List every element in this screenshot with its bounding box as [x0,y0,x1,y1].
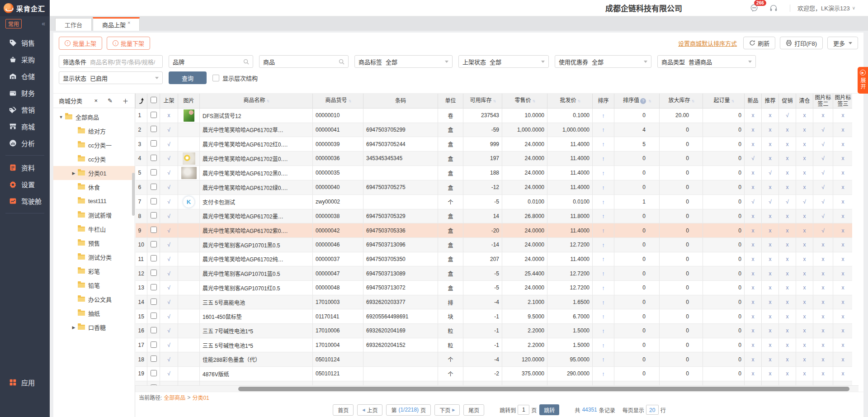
up-arrow-icon[interactable]: ↑ [602,342,605,349]
sidebar-item-purchase[interactable]: 采购 [0,51,50,68]
tree-item-测试分类[interactable]: 测试分类 [53,250,135,264]
coupon-select[interactable]: 使用优惠券 全部 [555,55,651,68]
per-page-input[interactable]: 20 [646,405,659,415]
expander-icon[interactable]: ▶ [71,171,77,175]
edit-icon[interactable]: ✎ [108,97,113,104]
default-sort-link[interactable]: 设置商城默认排序方式 [678,39,737,47]
sort-cell[interactable]: ↑ [593,180,614,194]
sort-cell[interactable]: ↑ [593,123,614,137]
up-arrow-icon[interactable]: ↑ [602,170,605,176]
table-row[interactable]: 10√晨光中性笔别客AGP10701黑0.5000000466947503713… [136,237,853,252]
sidebar-item-cockpit[interactable]: 驾驶舱 [0,193,50,209]
expander-icon[interactable]: ▼ [58,115,64,119]
batch-delist-button[interactable]: ↓ 批量下架 [107,37,150,50]
tree-item-全部商品[interactable]: ▼全部商品 [53,110,135,124]
row-checkbox[interactable] [151,370,157,376]
up-arrow-icon[interactable]: ↑ [602,213,605,219]
scrollbar-thumb[interactable] [238,387,849,391]
more-button[interactable]: 更多 [827,37,858,49]
tree-item-给对方[interactable]: 给对方 [53,124,135,138]
row-checkbox[interactable] [151,355,157,362]
sort-cell[interactable]: ↑ [593,309,614,324]
sort-cell[interactable]: ↑ [593,194,614,209]
up-arrow-icon[interactable]: ↑ [602,313,605,320]
up-arrow-icon[interactable]: ↑ [602,370,605,377]
table-row[interactable]: 11√晨光中性笔笑哈哈AGP61702纯…0000003769475037053… [136,252,853,266]
up-arrow-icon[interactable]: ↑ [602,141,605,147]
keyword-filter-input[interactable]: 筛选条件 商品名称/货号/条码/规格/ [59,55,163,68]
plus-icon[interactable]: ＋ [123,96,128,105]
column-header-stock[interactable]: 可用库存↑↓ [463,94,502,108]
table-row[interactable]: 1xDFS测试货号1200000010卷23754310.00000.1000↑… [136,108,853,123]
row-checkbox[interactable] [151,313,157,319]
query-button[interactable]: 查询 [169,71,207,84]
sort-cell[interactable]: ↑ [593,295,614,309]
row-checkbox[interactable] [151,198,157,204]
row-checkbox[interactable] [151,112,157,118]
column-header-sort_value[interactable]: 排序值?↑↓ [614,94,660,108]
tree-item-铅笔[interactable]: 铅笔 [53,278,135,292]
sidebar-item-data[interactable]: 资料 [0,159,50,176]
sidebar-item-finance[interactable]: 财务 [0,85,50,101]
row-checkbox[interactable] [151,241,157,247]
pinned-badge[interactable]: 常用 [5,19,22,28]
close-tab-icon[interactable]: × [127,20,130,25]
up-arrow-icon[interactable]: ↑ [602,256,605,262]
up-arrow-icon[interactable]: ↑ [602,227,605,234]
sort-cell[interactable]: ↑ [593,367,614,381]
refresh-button[interactable]: 刷新 [743,37,775,49]
tree-item-休食[interactable]: 休食 [53,180,135,194]
user-menu[interactable]: 欢迎您，LK演示123 ∨ [797,4,855,12]
up-arrow-icon[interactable]: ↑ [602,112,605,119]
up-arrow-icon[interactable]: ↑ [602,199,605,205]
sort-arrows-icon[interactable]: ↑↓ [349,99,351,103]
column-header-retail[interactable]: 零售价↑↓ [502,94,547,108]
sidebar-item-sales[interactable]: 销售 [0,34,50,51]
sidebar-item-warehouse[interactable]: 仓储 [0,68,50,85]
sort-cell[interactable]: ↑ [593,108,614,123]
brand-filter-input[interactable]: 品牌 [169,55,253,68]
up-arrow-icon[interactable]: ↑ [602,327,605,334]
table-row[interactable]: 9√晨光中性笔笑哈哈AGP61702紫0.…000000426947503705… [136,223,853,238]
product-tag-select[interactable]: 商品标签 全部 [354,55,453,68]
column-header-wholesale[interactable]: 批发价↑↓ [547,94,593,108]
sort-cell[interactable]: ↑ [593,166,614,180]
tree-item-cc分类一[interactable]: cc分类一 [53,138,135,152]
table-row[interactable]: 17√三五 5号碱性电池1*5170100046932620204152粒-12… [136,338,853,352]
sort-cell[interactable]: ↑ [593,352,614,367]
table-row[interactable]: 12√晨光中性笔别客AGP10701蓝0.5000000476947503713… [136,266,853,281]
sort-cell[interactable]: ↑ [593,137,614,152]
table-row[interactable]: 4√晨光中性笔笑哈哈AGP61702蓝0.…000000363453453453… [136,151,853,166]
sort-arrows-icon[interactable]: ↑↓ [267,99,269,103]
tree-item-口香糖[interactable]: ▶口香糖 [53,320,135,334]
sort-cell[interactable]: ↑ [593,237,614,252]
table-row[interactable]: 8√晨光中性笔笑哈哈AGP61702墨…00000038694750370532… [136,209,853,223]
up-arrow-icon[interactable]: ↑ [602,299,605,306]
sort-arrows-icon[interactable]: ↑↓ [692,99,694,103]
sort-cell[interactable]: ↑ [593,252,614,266]
sort-cell[interactable]: ↑ [593,209,614,223]
up-arrow-icon[interactable]: ↑ [602,270,605,277]
last-page-button[interactable]: 尾页 [463,404,484,416]
tree-item-彩笔[interactable]: 彩笔 [53,264,135,278]
row-checkbox[interactable] [151,255,157,261]
next-page-button[interactable]: 下页 ▶ [434,404,460,416]
sidebar-item-settings[interactable]: 设置 [0,176,50,193]
up-arrow-icon[interactable]: ↑ [602,284,605,291]
tree-item-牛栏山[interactable]: 牛栏山 [53,222,135,236]
up-arrow-icon[interactable]: ↑ [602,184,605,191]
table-row[interactable]: 13√晨光中性笔别客AGP10701红0.5000000486947503713… [136,281,853,295]
tree-item-预售[interactable]: 预售 [53,236,135,250]
path-current-link[interactable]: 分类01 [192,393,209,401]
table-row[interactable]: 2√晨光中性笔笑哈哈AGP61702草…00000041694750370529… [136,123,853,137]
jump-page-input[interactable] [518,405,529,415]
column-header-sku[interactable]: 商品货号↑↓ [313,94,363,108]
product-filter-input[interactable]: 商品 [259,55,349,68]
table-row[interactable]: 15√1601-450鼠标垫0117014169205564498691块-19… [136,309,853,324]
sidebar-item-apps[interactable]: 应用 [0,374,50,391]
table-row[interactable]: 16√三五 7号碱性电池1*5170100066932620204169粒-12… [136,324,853,338]
display-status-select[interactable]: 显示状态 已启用 [59,71,163,84]
column-header-zoom_stock[interactable]: 放大库存↑↓ [660,94,703,108]
table-row[interactable]: 19√4876V版纸05010121个-2375.0000290.0000↑00… [136,367,853,381]
sidebar-item-analytics[interactable]: 分析 [0,135,50,152]
